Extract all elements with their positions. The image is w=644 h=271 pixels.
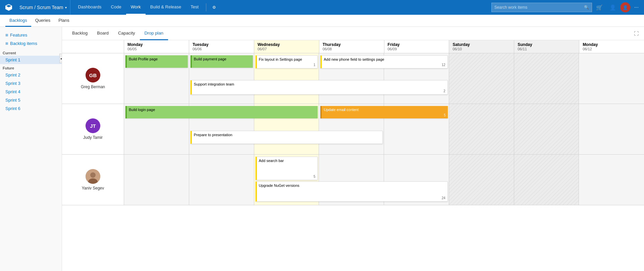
greg-day-6-sun [514, 53, 579, 104]
chat-icon[interactable]: 👤 [607, 1, 619, 13]
tab-capacity[interactable]: Capacity [113, 27, 140, 40]
sub-nav: Backlogs Queries Plans [0, 15, 644, 27]
day-header-sun: Sunday 06/11 [514, 40, 579, 53]
task-add-search[interactable]: Add search bar 5 [256, 157, 318, 180]
subnav-backlogs[interactable]: Backlogs [5, 15, 31, 27]
task-label: Build Profile page [129, 57, 158, 61]
day-headers: Monday 06/05 Tuesday 06/06 Wednesday 06/… [62, 40, 644, 53]
sidebar-sprint-4[interactable]: Sprint 4 [0, 88, 62, 96]
sidebar-collapse-button[interactable]: ◀ [59, 54, 62, 63]
team-name: Scrum / Scrum Team [19, 5, 63, 10]
nav-item-build-release[interactable]: Build & Release [146, 0, 186, 15]
yaniv-day-6-sun [514, 155, 579, 205]
day-header-thu: Thursday 06/08 [319, 40, 384, 53]
nav-item-dashboards[interactable]: Dashboards [73, 0, 106, 15]
task-label: Add new phone field to settings page [324, 57, 384, 61]
fullscreen-button[interactable]: ⛶ [634, 31, 639, 36]
calendar-grid: Monday 06/05 Tuesday 06/06 Wednesday 06/… [62, 40, 644, 205]
sidebar-sprint-3[interactable]: Sprint 3 [0, 79, 62, 88]
task-label: Upgrade NuGet versions [259, 183, 300, 187]
task-label: Build login page [129, 108, 155, 112]
yaniv-day-1 [189, 155, 254, 205]
sidebar-item-features[interactable]: ⊞ Features [3, 31, 59, 39]
task-upgrade-nuget[interactable]: Upgrade NuGet versions 24 [256, 181, 448, 202]
search-icon: 🔍 [584, 5, 589, 10]
calendar-container[interactable]: Monday 06/05 Tuesday 06/06 Wednesday 06/… [62, 40, 644, 271]
task-label: Build payment page [194, 57, 226, 61]
greg-days-grid: Build Profile page Build payment page Fi… [124, 53, 644, 104]
nav-items: Dashboards Code Work Build & Release Tes… [73, 0, 219, 15]
task-label: Update email content [324, 108, 359, 112]
task-build-login[interactable]: Build login page [125, 106, 318, 118]
team-selector[interactable]: Scrum / Scrum Team ▾ [16, 0, 70, 15]
avatar-yaniv [86, 169, 100, 184]
task-number: 1 [314, 63, 316, 67]
judy-day-7 [579, 104, 644, 154]
user-avatar[interactable]: 👤 [620, 2, 630, 12]
task-update-email[interactable]: Update email content 5 [320, 106, 448, 118]
tab-backlog[interactable]: Backlog [67, 27, 92, 40]
nav-item-test[interactable]: Test [186, 0, 203, 15]
user-cell-judy: JT Judy Tamir [62, 104, 124, 154]
day-header-tue: Tuesday 06/06 [189, 40, 254, 53]
task-label: Prepare to presentation [194, 133, 232, 137]
svg-point-1 [90, 172, 96, 178]
task-add-phone[interactable]: Add new phone field to settings page 12 [320, 55, 448, 68]
greg-day-7 [579, 53, 644, 104]
sidebar-sprint-2[interactable]: Sprint 2 [0, 71, 62, 79]
task-fix-layout[interactable]: Fix layout in Settings page 1 [256, 55, 318, 68]
task-number: 2 [443, 89, 445, 93]
subnav-plans[interactable]: Plans [54, 15, 73, 27]
sidebar-sprint-1[interactable]: Sprint 1 [0, 56, 62, 64]
greg-day-5-sat [449, 53, 514, 104]
grid-icon: ⊞ [5, 33, 8, 37]
user-cell-yaniv: Yaniv Segev [62, 155, 124, 205]
user-row-greg: GB Greg Berman [62, 53, 644, 104]
day-header-mon1: Monday 06/05 [124, 40, 189, 53]
task-support-integration[interactable]: Support integration team 2 [191, 80, 448, 95]
settings-icon[interactable]: ⚙ [209, 0, 219, 15]
task-build-payment[interactable]: Build payment page [191, 55, 253, 68]
chevron-down-icon: ▾ [65, 6, 67, 9]
grid-icon-2: ⊞ [5, 42, 8, 45]
header-spacer [62, 40, 124, 53]
top-nav: Scrum / Scrum Team ▾ Dashboards Code Wor… [0, 0, 644, 15]
yaniv-day-5-sat [449, 155, 514, 205]
day-header-fri: Friday 06/09 [384, 40, 449, 53]
yaniv-day-0 [124, 155, 189, 205]
future-label: Future [0, 64, 62, 71]
yaniv-day-7 [579, 155, 644, 205]
nav-item-code[interactable]: Code [106, 0, 126, 15]
tab-board[interactable]: Board [92, 27, 113, 40]
sidebar-links: ⊞ Features ⊞ Backlog items [0, 30, 62, 49]
nav-right: Search work items 🔍 🛒 👤 👤 ··· [491, 1, 641, 13]
task-build-profile[interactable]: Build Profile page [125, 55, 188, 68]
yaniv-days-grid: Add search bar 5 Upgrade NuGet versions … [124, 155, 644, 205]
sidebar-sprint-6[interactable]: Sprint 6 [0, 104, 62, 113]
search-box[interactable]: Search work items 🔍 [491, 3, 592, 12]
nav-item-work[interactable]: Work [126, 0, 146, 15]
sidebar-item-backlog-items[interactable]: ⊞ Backlog items [3, 39, 59, 48]
sidebar: ◀ ⊞ Features ⊞ Backlog items Current Spr… [0, 27, 62, 271]
task-number: 5 [314, 175, 316, 178]
user-cell-greg: GB Greg Berman [62, 53, 124, 104]
user-name-yaniv: Yaniv Segev [82, 186, 104, 191]
search-placeholder: Search work items [494, 5, 528, 10]
tabs-bar: Backlog Board Capacity Drop plan ⛶ [62, 27, 644, 40]
day-header-sat: Saturday 06/10 [449, 40, 514, 53]
task-number: 24 [442, 196, 445, 200]
nav-separator [206, 3, 206, 11]
day-header-mon2: Monday 06/12 [579, 40, 644, 53]
task-label: Fix layout in Settings page [259, 57, 302, 61]
judy-days-grid: Build login page Update email content 5 [124, 104, 644, 154]
tab-drop-plan[interactable]: Drop plan [140, 27, 168, 40]
task-number: 5 [444, 113, 446, 117]
notifications-icon[interactable]: 🛒 [593, 1, 605, 13]
sidebar-sprint-5[interactable]: Sprint 5 [0, 96, 62, 104]
more-options-icon[interactable]: ··· [632, 4, 641, 10]
task-label: Add search bar [259, 159, 284, 163]
subnav-queries[interactable]: Queries [31, 15, 55, 27]
task-prepare-presentation[interactable]: Prepare to presentation [191, 131, 383, 144]
app-logo[interactable] [3, 1, 15, 13]
avatar-judy: JT [86, 118, 100, 133]
